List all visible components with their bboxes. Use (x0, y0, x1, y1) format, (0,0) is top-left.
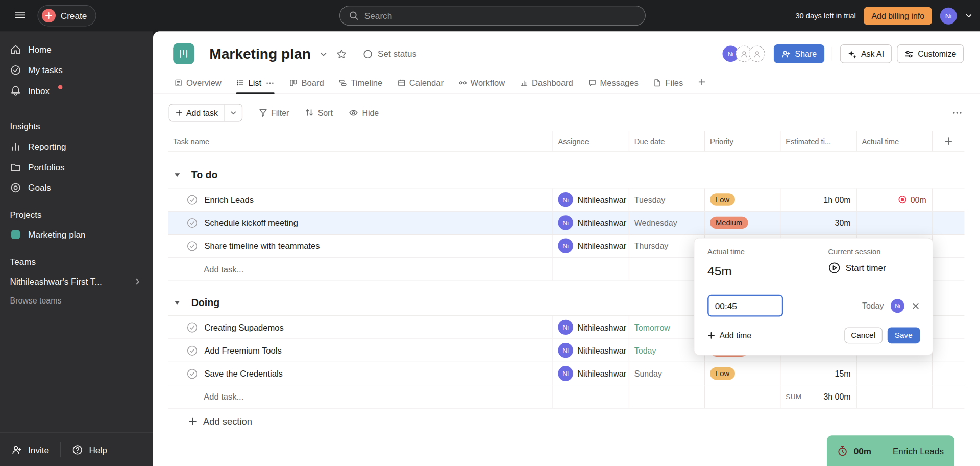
column-header-due-date[interactable]: Due date (629, 131, 705, 151)
tab-files[interactable]: Files (653, 78, 683, 93)
floating-timer-widget[interactable]: 00m Enrich Leads (827, 435, 954, 466)
empty-member-avatar[interactable] (749, 45, 765, 62)
section-header[interactable]: To do (168, 162, 964, 188)
assignee-avatar[interactable]: Ni (558, 215, 573, 230)
task-row[interactable]: Enrich LeadsNiNithileashwarTuesdayLow1h … (168, 189, 964, 212)
projects-heading[interactable]: Projects (0, 205, 153, 224)
column-header-assignee[interactable]: Assignee (553, 131, 629, 151)
add-task-dropdown-button[interactable] (224, 104, 241, 121)
sort-button[interactable]: Sort (305, 108, 333, 117)
project-icon[interactable] (173, 43, 194, 64)
sidebar-item-marketing-plan[interactable]: Marketing plan (0, 224, 153, 244)
create-button[interactable]: Create (37, 5, 96, 27)
task-name[interactable]: Save the Credentials (204, 369, 282, 378)
tab-calendar[interactable]: Calendar (398, 78, 444, 93)
close-icon[interactable] (911, 301, 920, 310)
sidebar-item-home[interactable]: Home (0, 39, 153, 59)
assignee-avatar[interactable]: Ni (558, 366, 573, 381)
help-button[interactable]: Help (72, 444, 107, 455)
sidebar-item-team[interactable]: Nithileashwar's First T... (0, 271, 153, 291)
time-entry-input[interactable] (707, 295, 783, 317)
complete-task-icon[interactable] (187, 194, 198, 205)
sidebar-item-inbox[interactable]: Inbox (0, 80, 153, 101)
assignee-avatar[interactable]: Ni (558, 320, 573, 335)
column-header-priority[interactable]: Priority (705, 131, 780, 151)
user-avatar[interactable]: Ni (940, 7, 957, 24)
filter-button[interactable]: Filter (258, 108, 289, 117)
column-header-actual-time[interactable]: Actual time (857, 131, 933, 151)
hide-button[interactable]: Hide (349, 108, 379, 117)
due-date[interactable]: Sunday (634, 369, 662, 378)
task-row[interactable]: Save the CredentialsNiNithileashwarSunda… (168, 362, 964, 385)
priority-badge[interactable]: Medium (710, 217, 748, 229)
sidebar-item-goals[interactable]: Goals (0, 177, 153, 198)
tab-board[interactable]: Board (289, 78, 324, 93)
complete-task-icon[interactable] (187, 345, 198, 356)
due-date[interactable]: Tomorrow (634, 322, 670, 332)
estimated-time[interactable]: 30m (835, 218, 851, 227)
assignee-avatar[interactable]: Ni (558, 192, 573, 207)
tab-list[interactable]: List (236, 78, 275, 93)
task-row[interactable]: Schedule kickoff meetingNiNithileashwarW… (168, 212, 964, 235)
tab-messages[interactable]: Messages (588, 78, 639, 93)
tab-options-icon[interactable] (266, 79, 275, 87)
chevron-down-icon[interactable] (965, 12, 973, 19)
add-task-inline[interactable]: Add task... (204, 264, 243, 273)
add-task-inline[interactable]: Add task... (204, 392, 243, 401)
tab-overview[interactable]: Overview (175, 78, 222, 93)
star-icon[interactable] (336, 49, 347, 59)
assignee-avatar[interactable]: Ni (558, 343, 573, 358)
chevron-right-icon[interactable] (132, 277, 143, 285)
browse-teams-link[interactable]: Browse teams (0, 292, 153, 310)
cancel-button[interactable]: Cancel (844, 327, 883, 343)
record-icon[interactable] (898, 195, 906, 204)
column-header-estimated-ti-[interactable]: Estimated ti... (780, 131, 856, 151)
tab-timeline[interactable]: Timeline (339, 78, 382, 93)
customize-button[interactable]: Customize (897, 44, 964, 63)
task-name[interactable]: Creating Supademos (204, 322, 283, 332)
add-task-button[interactable]: Add task (169, 104, 224, 121)
priority-badge[interactable]: Low (710, 193, 735, 205)
add-billing-button[interactable]: Add billing info (864, 7, 932, 25)
priority-badge[interactable]: Low (710, 367, 735, 380)
complete-task-icon[interactable] (187, 368, 198, 379)
add-section-button[interactable]: Add section (189, 416, 965, 427)
save-button[interactable]: Save (887, 327, 920, 343)
sidebar-toggle-button[interactable] (14, 9, 26, 23)
task-name[interactable]: Share timeline with teammates (204, 241, 320, 250)
assignee-avatar[interactable]: Ni (558, 239, 573, 253)
sidebar-item-my-tasks[interactable]: My tasks (0, 59, 153, 80)
task-name[interactable]: Add Freemium Tools (204, 346, 281, 355)
teams-heading[interactable]: Teams (0, 252, 153, 271)
due-date[interactable]: Today (634, 346, 656, 355)
sidebar-item-reporting[interactable]: Reporting (0, 136, 153, 156)
add-column-button[interactable] (933, 131, 964, 151)
complete-task-icon[interactable] (187, 241, 198, 251)
more-options-icon[interactable] (952, 107, 963, 118)
tab-workflow[interactable]: Workflow (458, 78, 505, 93)
column-header-task-name[interactable]: Task name (168, 131, 553, 151)
due-date[interactable]: Tuesday (634, 195, 665, 204)
title-chevron-down-icon[interactable] (320, 50, 328, 58)
task-name[interactable]: Enrich Leads (204, 195, 254, 204)
collapse-caret-icon[interactable] (174, 172, 180, 178)
complete-task-icon[interactable] (187, 322, 198, 333)
entry-date-label[interactable]: Today (862, 301, 884, 310)
start-timer-button[interactable]: Start timer (828, 262, 920, 274)
add-tab-button[interactable] (698, 78, 706, 91)
add-time-button[interactable]: Add time (707, 331, 751, 340)
task-name[interactable]: Schedule kickoff meeting (204, 218, 298, 227)
insights-heading[interactable]: Insights (0, 117, 153, 136)
due-date[interactable]: Wednesday (634, 218, 677, 227)
collapse-caret-icon[interactable] (174, 299, 180, 306)
share-button[interactable]: Share (774, 44, 824, 63)
tab-dashboard[interactable]: Dashboard (520, 78, 573, 93)
sidebar-item-portfolios[interactable]: Portfolios (0, 156, 153, 177)
estimated-time[interactable]: 15m (835, 369, 851, 378)
set-status-button[interactable]: Set status (363, 49, 416, 59)
actual-time[interactable]: 00m (911, 195, 926, 204)
add-task-row[interactable]: Add task...SUM3h 00m (168, 385, 964, 408)
estimated-time[interactable]: 1h 00m (823, 195, 850, 204)
invite-button[interactable]: Invite (11, 444, 49, 455)
ask-ai-button[interactable]: Ask AI (840, 44, 891, 63)
